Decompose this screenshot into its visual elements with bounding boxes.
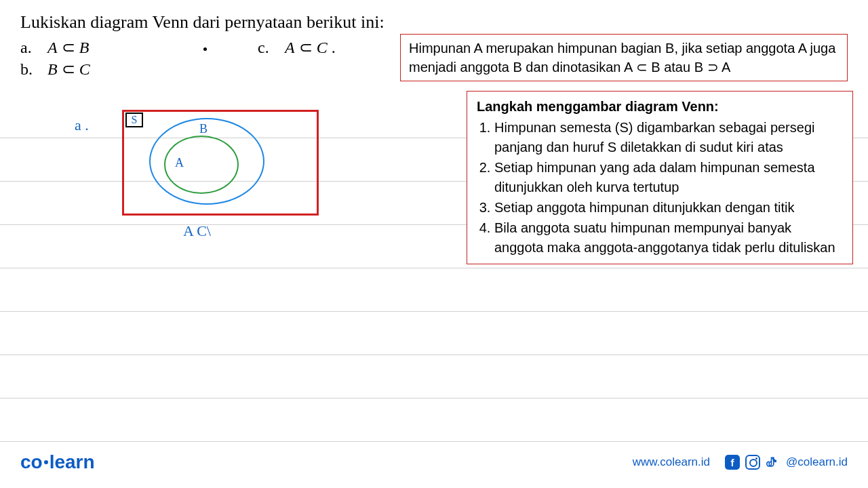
social-icons: f @colearn.id [725,455,848,470]
definition-text: Himpunan A merupakan himpunan bagian B, … [409,41,835,75]
page-title: Lukiskan diagram Venn dari pernyataan be… [20,12,848,33]
problems-list: a. A ⊂ B b. B ⊂ C c. A ⊂ C . [20,38,400,81]
steps-box: Langkah menggambar diagram Venn: Himpuna… [467,91,853,264]
footer: colearn www.colearn.id f @colearn.id [0,451,868,473]
set-b-label: B [199,122,208,136]
problem-c: c. A ⊂ C . [258,38,400,57]
facebook-icon: f [725,455,740,470]
definition-box: Himpunan A merupakan himpunan bagian B, … [400,34,848,81]
diagram-item-label: a . [75,117,89,134]
steps-title: Langkah menggambar diagram Venn: [477,97,843,117]
problem-a: a. A ⊂ B [20,38,258,57]
brand-logo: colearn [20,451,95,473]
venn-diagram-a: a . S B A A C\ [20,108,454,278]
social-handle: @colearn.id [786,455,848,469]
list-item: Bila anggota suatu himpunan mempunyai ba… [494,218,843,258]
list-item: Himpunan semesta (S) digambarkan sebagai… [494,118,843,157]
dot-icon [44,460,48,464]
list-item: Setiap anggota himpunan ditunjukkan deng… [494,198,843,218]
set-a-label: A [175,156,184,170]
diagram-caption: A C\ [183,222,211,240]
tiktok-icon [766,455,781,470]
problem-b: b. B ⊂ C [20,60,258,79]
instagram-icon [745,455,760,470]
universe-s-label: S [125,113,143,127]
stray-dot-icon [203,47,207,51]
site-url: www.colearn.id [633,455,710,469]
steps-list: Himpunan semesta (S) digambarkan sebagai… [477,118,843,258]
list-item: Setiap himpunan yang ada dalam himpunan … [494,158,843,197]
